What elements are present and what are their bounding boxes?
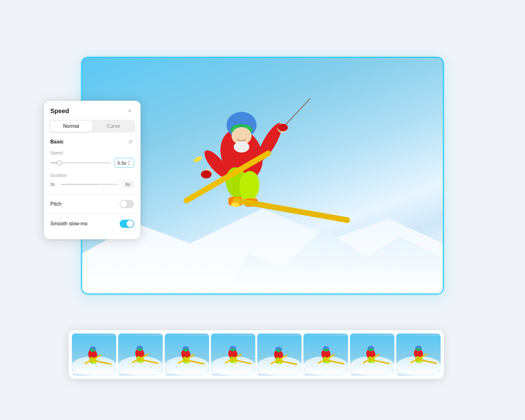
pitch-toggle[interactable]: [120, 200, 134, 208]
film-thumb-2[interactable]: [118, 333, 162, 376]
svg-point-44: [183, 348, 188, 351]
speed-panel: Speed × Normal Curve Basic ↺ Speed 0.5x: [44, 101, 141, 239]
svg-point-18: [193, 155, 202, 163]
svg-point-62: [276, 349, 281, 352]
duration-start: 3s: [50, 182, 58, 187]
svg-rect-17: [232, 197, 350, 223]
section-header: Basic ↺: [50, 138, 134, 146]
speed-value-box[interactable]: 0.5x ▲▼: [114, 158, 134, 168]
speed-row: 0.5x ▲▼: [50, 158, 134, 168]
panel-header: Speed ×: [44, 101, 140, 120]
duration-slider-track[interactable]: [61, 184, 118, 185]
smooth-slowmo-row: Smooth slow-mo: [44, 220, 140, 228]
duration-dots: [61, 184, 118, 185]
divider-2: [44, 214, 140, 214]
pitch-label: Pitch: [50, 201, 62, 207]
film-thumb-8[interactable]: [396, 333, 441, 376]
speed-field-label: Speed: [50, 150, 134, 155]
section-label-basic: Basic: [50, 139, 64, 145]
duration-end[interactable]: 6s: [122, 180, 134, 188]
film-thumb-5[interactable]: [257, 333, 302, 376]
svg-point-35: [138, 348, 142, 351]
scene: Speed × Normal Curve Basic ↺ Speed 0.5x: [44, 38, 481, 382]
film-thumb-6[interactable]: [303, 333, 348, 376]
svg-point-89: [416, 348, 421, 351]
divider-1: [44, 194, 140, 194]
filmstrip: [69, 330, 444, 379]
duration-field-label: Duration: [50, 173, 134, 178]
film-thumb-7[interactable]: [350, 333, 394, 376]
svg-line-4: [284, 98, 310, 127]
speed-slider-thumb[interactable]: [57, 160, 62, 165]
duration-row: 3s 6s: [50, 180, 134, 188]
skier-svg: [145, 67, 363, 280]
smooth-slowmo-label: Smooth slow-mo: [50, 221, 88, 227]
smooth-slowmo-toggle[interactable]: [120, 220, 134, 228]
speed-value: 0.5x: [118, 160, 126, 166]
close-button[interactable]: ×: [125, 107, 134, 115]
tab-curve[interactable]: Curve: [92, 121, 134, 132]
film-thumb-3[interactable]: [165, 333, 209, 376]
svg-point-53: [230, 348, 235, 351]
svg-point-20: [201, 170, 212, 178]
speed-slider-track[interactable]: [50, 162, 111, 163]
panel-title: Speed: [50, 108, 69, 115]
reset-button[interactable]: ↺: [126, 138, 134, 146]
skier-container: [145, 67, 363, 280]
speed-arrows: ▲▼: [128, 160, 131, 166]
tab-switcher: Normal Curve: [49, 120, 135, 133]
svg-point-11: [234, 141, 249, 152]
film-thumb-1[interactable]: [72, 333, 116, 376]
pitch-row: Pitch: [44, 200, 140, 208]
svg-point-21: [278, 124, 288, 131]
tab-normal[interactable]: Normal: [50, 121, 92, 132]
svg-point-26: [90, 349, 95, 352]
basic-section: Basic ↺ Speed 0.5x ▲▼ Duration 3s: [44, 138, 140, 188]
film-thumb-4[interactable]: [211, 333, 255, 376]
svg-point-71: [323, 348, 328, 351]
svg-point-80: [368, 348, 373, 351]
